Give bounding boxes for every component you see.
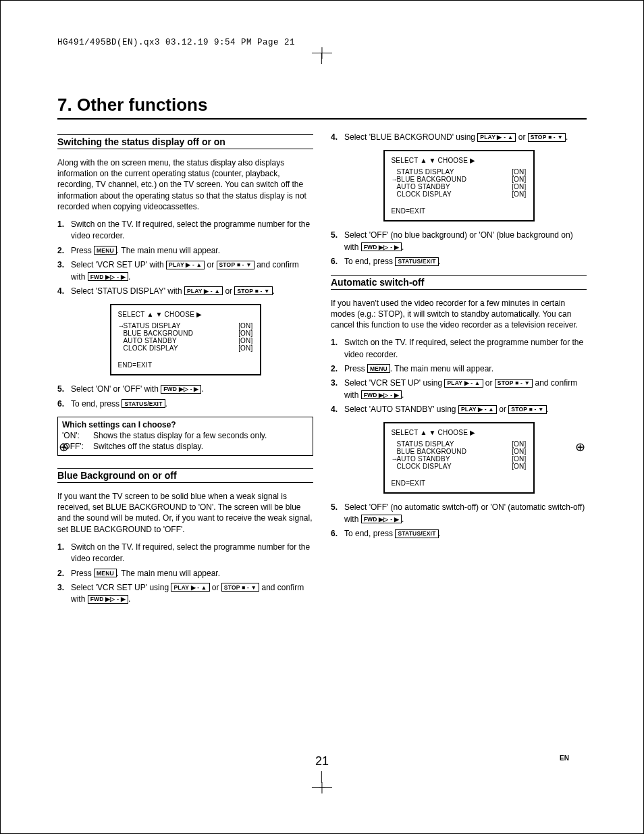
osd-row-value: [ON] [238,344,252,352]
key-fwd: FWD ▶▷ - ▶ [361,515,402,523]
key-play: PLAY ▶ - ▲ [444,379,483,388]
key-play: PLAY ▶ - ▲ [171,583,209,592]
step-text: . The main menu will appear. [117,246,220,255]
step-text: . [402,515,404,524]
osd-row-value: [ON] [238,337,252,344]
crop-mark-top: ─┼─│ [57,50,587,61]
osd-row-value: [ON] [238,322,252,330]
step-text: . The main menu will appear. [390,364,493,373]
osd-row-label: CLOCK DISPLAY [397,190,512,198]
step-text: Select 'AUTO STANDBY' using [344,405,458,414]
step-text: . [165,399,167,409]
note-value: Switches off the status display. [93,442,203,451]
osd-row-value: [ON] [512,455,526,463]
crop-mark-bottom: │─┼─ [1,771,643,793]
step-text: . [439,257,441,266]
section-blue-bg: Blue Background on or off [57,468,313,483]
step-text: or [223,286,234,296]
step-text: or [205,260,216,269]
osd-header: SELECT ▲ ▼ CHOOSE ▶ [392,429,527,436]
step-text: or [497,405,508,414]
osd-screenshot-bluebg: SELECT ▲ ▼ CHOOSE ▶ STATUS DISPLAY[ON] →… [383,150,535,221]
registration-mark-left: ⊕ [59,440,69,454]
osd-header: SELECT ▲ ▼ CHOOSE ▶ [392,157,527,164]
language-code: EN [560,754,569,762]
registration-mark-right: ⊕ [575,440,585,454]
steps-auto-off-cont: 5. Select 'OFF' (no automatic switch-off… [331,502,587,540]
step-text: Press [71,569,94,578]
osd-row-value: [ON] [512,190,526,198]
key-menu: MENU [94,569,117,577]
step-text: Select 'BLUE BACKGROUND' using [344,132,477,142]
key-fwd: FWD ▶▷ - ▶ [161,385,201,394]
key-menu: MENU [94,246,117,255]
step-text: Select 'VCR SET UP' using [71,583,171,592]
step-text: . [402,242,404,252]
left-column: Switching the status display off or on A… [57,132,313,613]
note-value: Shows the status display for a few secon… [93,431,267,440]
osd-row-label: STATUS DISPLAY [124,322,239,330]
key-stop: STOP ■ - ▼ [495,379,533,388]
step-text: or [516,132,527,142]
osd-row-label: AUTO STANDBY [397,183,512,190]
key-stop: STOP ■ - ▼ [508,405,546,414]
steps-status: 1.Switch on the TV. If required, select … [57,219,313,297]
right-column: 4. Select 'BLUE BACKGROUND' using PLAY ▶… [331,132,587,613]
osd-row-value: [ON] [238,330,252,337]
section-status-display: Switching the status display off or on [57,134,313,149]
step-text: . [566,132,568,142]
step-text: To end, press [344,257,395,266]
osd-row-value: [ON] [512,440,526,448]
step-text: Press [71,246,94,255]
key-status-exit: STATUS/EXIT [122,399,165,408]
key-play: PLAY ▶ - ▲ [166,261,205,269]
step-text: Select 'STATUS DISPLAY' with [71,286,184,296]
section-auto-off: Automatic switch-off [331,275,587,290]
step-text: . [128,594,130,604]
step-text: . [547,405,549,414]
step-text: To end, press [71,399,122,409]
step-text: . [402,390,404,400]
step-text: . [439,529,441,538]
osd-footer: END=EXIT [118,361,253,369]
key-play: PLAY ▶ - ▲ [184,286,223,295]
osd-screenshot-status: SELECT ▲ ▼ CHOOSE ▶ →STATUS DISPLAY[ON] … [110,304,261,375]
osd-row-label: AUTO STANDBY [397,455,512,463]
osd-row-value: [ON] [512,183,526,190]
step-text: Select 'VCR SET UP' using [344,378,444,388]
step-text: . [201,384,203,394]
print-header: HG491/495BD(EN).qx3 03.12.19 9:54 PM Pag… [57,38,587,47]
key-stop: STOP ■ - ▼ [234,286,272,295]
osd-screenshot-auto: SELECT ▲ ▼ CHOOSE ▶ STATUS DISPLAY[ON] B… [383,422,535,494]
osd-row-label: BLUE BACKGROUND [397,176,512,183]
step-text: . [128,272,130,282]
osd-row-value: [ON] [512,448,526,455]
osd-row-value: [ON] [512,168,526,176]
step-text: Select 'ON' or 'OFF' with [71,384,161,394]
step-text: . The main menu will appear. [117,569,220,578]
note-title: Which settings can I choose? [62,420,308,429]
steps-status-cont: 5. Select 'ON' or 'OFF' with FWD ▶▷ - ▶.… [57,384,313,410]
step-text: Switch on the TV. If required, select th… [71,542,310,563]
osd-row-label: BLUE BACKGROUND [397,448,512,455]
key-fwd: FWD ▶▷ - ▶ [88,272,128,281]
settings-note-box: Which settings can I choose? 'ON':Shows … [57,417,313,456]
osd-row-label: BLUE BACKGROUND [124,330,239,337]
key-status-exit: STATUS/EXIT [395,529,438,538]
key-play: PLAY ▶ - ▲ [477,133,516,142]
step-text: Press [344,364,367,373]
step-text: Switch on the TV. If required, select th… [71,219,310,240]
osd-row-value: [ON] [512,176,526,183]
two-column-layout: Switching the status display off or on A… [57,132,587,613]
key-play: PLAY ▶ - ▲ [458,405,497,414]
key-fwd: FWD ▶▷ - ▶ [361,390,402,399]
steps-auto-off: 1.Switch on the TV. If required, select … [331,337,587,415]
key-fwd: FWD ▶▷ - ▶ [361,242,402,251]
step-text: To end, press [344,529,395,538]
osd-row-label: STATUS DISPLAY [397,168,512,176]
chapter-title: 7. Other functions [57,95,587,120]
key-stop: STOP ■ - ▼ [221,583,259,592]
intro-paragraph: Along with the on screen menu, the statu… [57,157,313,212]
osd-header: SELECT ▲ ▼ CHOOSE ▶ [118,311,253,318]
osd-footer: END=EXIT [392,207,527,215]
